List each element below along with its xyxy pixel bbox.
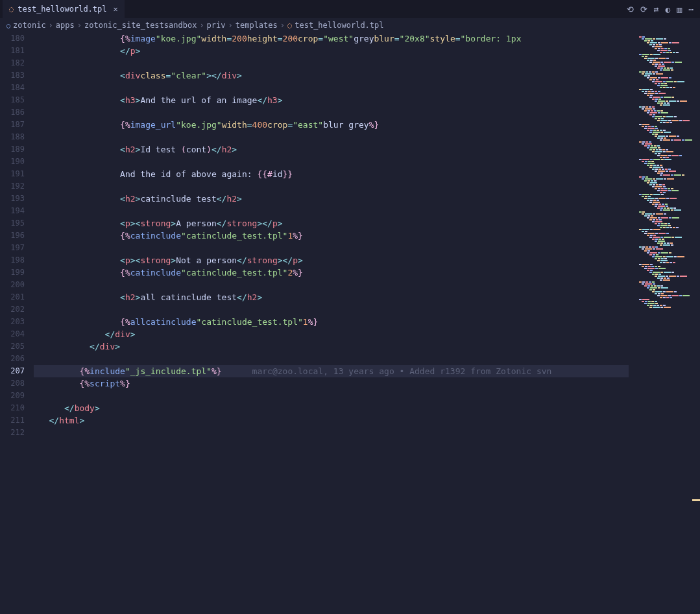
- file-type-icon: ◌: [9, 5, 14, 14]
- crumb[interactable]: priv: [207, 21, 226, 30]
- root-icon: ◯: [6, 22, 10, 29]
- breadcrumbs: ◯ zotonic › apps › zotonic_site_testsand…: [0, 18, 700, 32]
- scrollbar[interactable]: [692, 32, 700, 614]
- code-area[interactable]: {% image "koe.jpg" width=200 height=200 …: [34, 32, 700, 614]
- file-type-icon: ◌: [287, 21, 292, 30]
- code-editor[interactable]: 1801811821831841851861871881891901911921…: [0, 32, 700, 614]
- close-icon[interactable]: ✕: [114, 5, 118, 14]
- line-number-gutter: 1801811821831841851861871881891901911921…: [0, 32, 34, 614]
- editor-toolbar: ⟲ ⟳ ⇄ ◐ ▥ ⋯: [627, 5, 697, 14]
- go-forward-icon[interactable]: ⟳: [640, 5, 647, 14]
- file-tab[interactable]: ◌ test_helloworld.tpl ✕: [3, 0, 125, 18]
- split-editor-icon[interactable]: ▥: [677, 5, 682, 14]
- crumb[interactable]: templates: [235, 21, 278, 30]
- crumb[interactable]: test_helloworld.tpl: [295, 21, 383, 30]
- crumb[interactable]: zotonic: [13, 21, 46, 30]
- crumb[interactable]: zotonic_site_testsandbox: [84, 21, 197, 30]
- tab-bar: ◌ test_helloworld.tpl ✕ ⟲ ⟳ ⇄ ◐ ▥ ⋯: [0, 0, 700, 18]
- compare-icon[interactable]: ⇄: [654, 5, 659, 14]
- go-back-icon[interactable]: ⟲: [627, 5, 634, 14]
- more-icon[interactable]: ⋯: [688, 5, 694, 14]
- tab-file-name: test_helloworld.tpl: [18, 5, 106, 14]
- crumb[interactable]: apps: [56, 21, 75, 30]
- scrollbar-mark: [692, 499, 700, 501]
- run-icon[interactable]: ◐: [666, 5, 671, 14]
- minimap[interactable]: [629, 32, 700, 614]
